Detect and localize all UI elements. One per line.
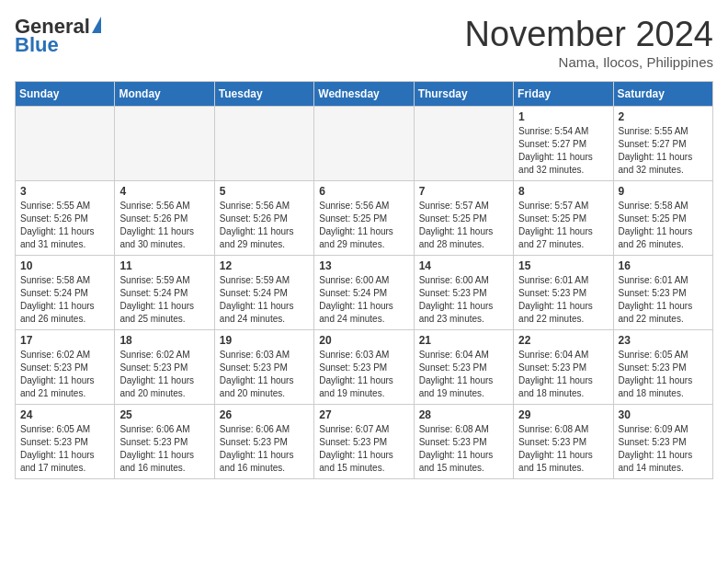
day-number: 13 — [319, 259, 408, 272]
calendar-cell: 13Sunrise: 6:00 AM Sunset: 5:24 PM Dayli… — [314, 256, 414, 330]
calendar-cell: 21Sunrise: 6:04 AM Sunset: 5:23 PM Dayli… — [414, 330, 513, 405]
calendar-cell: 29Sunrise: 6:08 AM Sunset: 5:23 PM Dayli… — [514, 405, 613, 479]
calendar-cell: 9Sunrise: 5:58 AM Sunset: 5:25 PM Daylig… — [613, 181, 712, 256]
day-info: Sunrise: 6:01 AM Sunset: 5:23 PM Dayligh… — [518, 274, 608, 326]
day-info: Sunrise: 5:59 AM Sunset: 5:24 PM Dayligh… — [119, 274, 209, 326]
calendar-cell — [414, 107, 513, 181]
logo-triangle-icon — [92, 17, 101, 33]
calendar-cell: 22Sunrise: 6:04 AM Sunset: 5:23 PM Dayli… — [514, 330, 613, 405]
calendar-cell — [16, 107, 115, 181]
day-info: Sunrise: 6:07 AM Sunset: 5:23 PM Dayligh… — [319, 423, 408, 475]
day-number: 26 — [220, 408, 309, 421]
day-number: 20 — [319, 334, 408, 347]
day-info: Sunrise: 6:02 AM Sunset: 5:23 PM Dayligh… — [119, 349, 209, 400]
calendar-header-row: SundayMondayTuesdayWednesdayThursdayFrid… — [16, 82, 713, 107]
day-info: Sunrise: 6:09 AM Sunset: 5:23 PM Dayligh… — [619, 423, 708, 475]
day-info: Sunrise: 6:06 AM Sunset: 5:23 PM Dayligh… — [119, 423, 209, 475]
calendar-cell: 7Sunrise: 5:57 AM Sunset: 5:25 PM Daylig… — [414, 181, 513, 256]
day-info: Sunrise: 5:55 AM Sunset: 5:27 PM Dayligh… — [619, 125, 708, 177]
day-info: Sunrise: 6:08 AM Sunset: 5:23 PM Dayligh… — [419, 423, 508, 475]
day-info: Sunrise: 6:05 AM Sunset: 5:23 PM Dayligh… — [20, 423, 109, 475]
calendar-cell: 12Sunrise: 5:59 AM Sunset: 5:24 PM Dayli… — [214, 256, 313, 330]
title-area: November 2024 Nama, Ilocos, Philippines — [465, 15, 713, 70]
week-row-1: 1Sunrise: 5:54 AM Sunset: 5:27 PM Daylig… — [16, 107, 713, 181]
calendar-cell: 27Sunrise: 6:07 AM Sunset: 5:23 PM Dayli… — [314, 405, 414, 479]
day-number: 30 — [619, 408, 708, 421]
day-info: Sunrise: 6:02 AM Sunset: 5:23 PM Dayligh… — [20, 349, 109, 400]
logo-blue-text: Blue — [15, 33, 59, 57]
calendar-cell — [314, 107, 414, 181]
day-number: 17 — [20, 334, 109, 347]
week-row-2: 3Sunrise: 5:55 AM Sunset: 5:26 PM Daylig… — [16, 181, 713, 256]
week-row-3: 10Sunrise: 5:58 AM Sunset: 5:24 PM Dayli… — [16, 256, 713, 330]
calendar-cell: 2Sunrise: 5:55 AM Sunset: 5:27 PM Daylig… — [613, 107, 712, 181]
day-number: 4 — [119, 185, 209, 198]
day-number: 12 — [220, 259, 309, 272]
calendar-cell: 1Sunrise: 5:54 AM Sunset: 5:27 PM Daylig… — [514, 107, 613, 181]
day-number: 10 — [20, 259, 109, 272]
month-title: November 2024 — [465, 15, 713, 54]
day-number: 9 — [619, 185, 708, 198]
week-row-5: 24Sunrise: 6:05 AM Sunset: 5:23 PM Dayli… — [16, 405, 713, 479]
day-info: Sunrise: 5:56 AM Sunset: 5:25 PM Dayligh… — [319, 200, 408, 251]
calendar-cell: 14Sunrise: 6:00 AM Sunset: 5:23 PM Dayli… — [414, 256, 513, 330]
day-info: Sunrise: 5:54 AM Sunset: 5:27 PM Dayligh… — [518, 125, 608, 177]
day-number: 19 — [220, 334, 309, 347]
day-number: 16 — [619, 259, 708, 272]
calendar-cell: 19Sunrise: 6:03 AM Sunset: 5:23 PM Dayli… — [214, 330, 313, 405]
week-row-4: 17Sunrise: 6:02 AM Sunset: 5:23 PM Dayli… — [16, 330, 713, 405]
calendar-cell: 16Sunrise: 6:01 AM Sunset: 5:23 PM Dayli… — [613, 256, 712, 330]
day-info: Sunrise: 5:56 AM Sunset: 5:26 PM Dayligh… — [119, 200, 209, 251]
day-number: 23 — [619, 334, 708, 347]
day-number: 22 — [518, 334, 608, 347]
day-number: 11 — [119, 259, 209, 272]
col-header-friday: Friday — [514, 82, 613, 107]
col-header-thursday: Thursday — [414, 82, 513, 107]
calendar-cell: 6Sunrise: 5:56 AM Sunset: 5:25 PM Daylig… — [314, 181, 414, 256]
calendar-cell: 28Sunrise: 6:08 AM Sunset: 5:23 PM Dayli… — [414, 405, 513, 479]
day-info: Sunrise: 5:55 AM Sunset: 5:26 PM Dayligh… — [20, 200, 109, 251]
day-number: 28 — [419, 408, 508, 421]
day-number: 21 — [419, 334, 508, 347]
day-number: 27 — [319, 408, 408, 421]
day-info: Sunrise: 6:00 AM Sunset: 5:24 PM Dayligh… — [319, 274, 408, 326]
location: Nama, Ilocos, Philippines — [465, 54, 713, 70]
calendar-table: SundayMondayTuesdayWednesdayThursdayFrid… — [15, 81, 713, 479]
day-info: Sunrise: 6:03 AM Sunset: 5:23 PM Dayligh… — [220, 349, 309, 400]
day-number: 24 — [20, 408, 109, 421]
col-header-monday: Monday — [115, 82, 214, 107]
day-info: Sunrise: 6:06 AM Sunset: 5:23 PM Dayligh… — [220, 423, 309, 475]
day-number: 29 — [518, 408, 608, 421]
calendar-cell: 17Sunrise: 6:02 AM Sunset: 5:23 PM Dayli… — [16, 330, 115, 405]
day-info: Sunrise: 6:01 AM Sunset: 5:23 PM Dayligh… — [619, 274, 708, 326]
day-info: Sunrise: 6:05 AM Sunset: 5:23 PM Dayligh… — [619, 349, 708, 400]
col-header-saturday: Saturday — [613, 82, 712, 107]
calendar-cell: 23Sunrise: 6:05 AM Sunset: 5:23 PM Dayli… — [613, 330, 712, 405]
col-header-sunday: Sunday — [16, 82, 115, 107]
calendar-cell: 18Sunrise: 6:02 AM Sunset: 5:23 PM Dayli… — [115, 330, 214, 405]
day-info: Sunrise: 5:58 AM Sunset: 5:24 PM Dayligh… — [20, 274, 109, 326]
calendar-cell — [115, 107, 214, 181]
day-info: Sunrise: 5:56 AM Sunset: 5:26 PM Dayligh… — [220, 200, 309, 251]
day-info: Sunrise: 5:57 AM Sunset: 5:25 PM Dayligh… — [419, 200, 508, 251]
calendar-cell: 25Sunrise: 6:06 AM Sunset: 5:23 PM Dayli… — [115, 405, 214, 479]
day-number: 6 — [319, 185, 408, 198]
day-number: 15 — [518, 259, 608, 272]
calendar-cell: 30Sunrise: 6:09 AM Sunset: 5:23 PM Dayli… — [613, 405, 712, 479]
calendar-cell — [214, 107, 313, 181]
day-info: Sunrise: 6:04 AM Sunset: 5:23 PM Dayligh… — [419, 349, 508, 400]
day-number: 14 — [419, 259, 508, 272]
day-number: 1 — [518, 110, 608, 123]
calendar-cell: 24Sunrise: 6:05 AM Sunset: 5:23 PM Dayli… — [16, 405, 115, 479]
calendar-cell: 11Sunrise: 5:59 AM Sunset: 5:24 PM Dayli… — [115, 256, 214, 330]
day-number: 7 — [419, 185, 508, 198]
day-info: Sunrise: 5:57 AM Sunset: 5:25 PM Dayligh… — [518, 200, 608, 251]
calendar-cell: 20Sunrise: 6:03 AM Sunset: 5:23 PM Dayli… — [314, 330, 414, 405]
day-info: Sunrise: 6:00 AM Sunset: 5:23 PM Dayligh… — [419, 274, 508, 326]
calendar-cell: 10Sunrise: 5:58 AM Sunset: 5:24 PM Dayli… — [16, 256, 115, 330]
calendar-cell: 15Sunrise: 6:01 AM Sunset: 5:23 PM Dayli… — [514, 256, 613, 330]
logo: General Blue — [15, 15, 101, 57]
day-number: 2 — [619, 110, 708, 123]
day-number: 3 — [20, 185, 109, 198]
page-header: General Blue November 2024 Nama, Ilocos,… — [15, 15, 713, 70]
